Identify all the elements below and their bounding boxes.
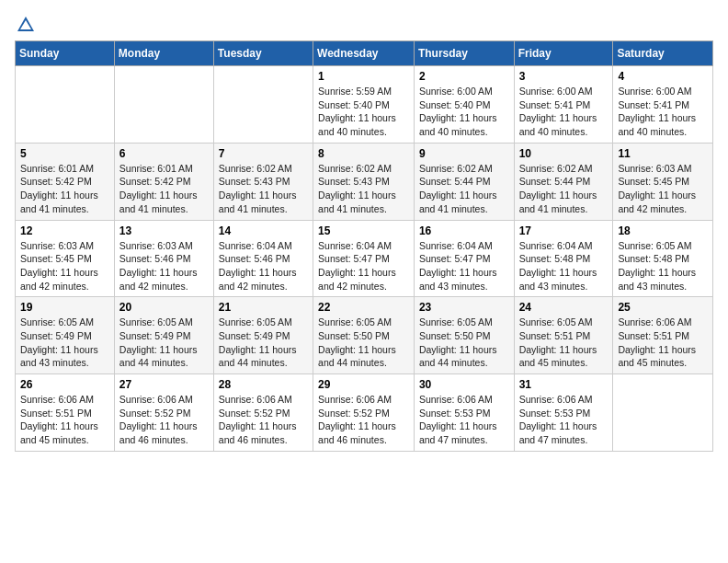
weekday-header-cell: Monday [114, 41, 213, 66]
day-info: Sunrise: 6:04 AM Sunset: 5:47 PM Dayligh… [318, 239, 409, 293]
calendar-cell: 12Sunrise: 6:03 AM Sunset: 5:45 PM Dayli… [16, 220, 115, 297]
calendar-week-row: 12Sunrise: 6:03 AM Sunset: 5:45 PM Dayli… [16, 220, 713, 297]
day-info: Sunrise: 6:06 AM Sunset: 5:51 PM Dayligh… [20, 393, 109, 447]
day-info: Sunrise: 6:05 AM Sunset: 5:50 PM Dayligh… [419, 316, 509, 370]
calendar-body: 1Sunrise: 5:59 AM Sunset: 5:40 PM Daylig… [16, 66, 713, 452]
day-number: 1 [318, 70, 409, 83]
calendar-cell: 19Sunrise: 6:05 AM Sunset: 5:49 PM Dayli… [16, 297, 115, 374]
calendar-table: SundayMondayTuesdayWednesdayThursdayFrid… [15, 40, 713, 452]
day-info: Sunrise: 6:04 AM Sunset: 5:48 PM Dayligh… [519, 239, 609, 293]
day-info: Sunrise: 6:05 AM Sunset: 5:49 PM Dayligh… [20, 316, 109, 370]
calendar-cell: 21Sunrise: 6:05 AM Sunset: 5:49 PM Dayli… [213, 297, 313, 374]
day-number: 31 [519, 378, 609, 391]
day-number: 12 [20, 224, 109, 237]
day-number: 3 [519, 70, 609, 83]
day-info: Sunrise: 6:01 AM Sunset: 5:42 PM Dayligh… [119, 162, 209, 216]
day-number: 10 [519, 147, 609, 160]
calendar-cell: 22Sunrise: 6:05 AM Sunset: 5:50 PM Dayli… [313, 297, 415, 374]
day-number: 28 [219, 378, 308, 391]
day-info: Sunrise: 6:04 AM Sunset: 5:46 PM Dayligh… [219, 239, 308, 293]
calendar-cell: 2Sunrise: 6:00 AM Sunset: 5:40 PM Daylig… [414, 66, 514, 144]
day-number: 14 [219, 224, 308, 237]
calendar-cell: 7Sunrise: 6:02 AM Sunset: 5:43 PM Daylig… [213, 143, 313, 220]
weekday-header-cell: Friday [514, 41, 613, 66]
day-number: 2 [419, 70, 509, 83]
day-info: Sunrise: 6:06 AM Sunset: 5:53 PM Dayligh… [519, 393, 609, 447]
calendar-week-row: 1Sunrise: 5:59 AM Sunset: 5:40 PM Daylig… [16, 66, 713, 144]
weekday-header-row: SundayMondayTuesdayWednesdayThursdayFrid… [16, 41, 713, 66]
calendar-week-row: 19Sunrise: 6:05 AM Sunset: 5:49 PM Dayli… [16, 297, 713, 374]
weekday-header-cell: Thursday [414, 41, 514, 66]
calendar-cell [16, 66, 115, 144]
day-info: Sunrise: 6:05 AM Sunset: 5:48 PM Dayligh… [618, 239, 708, 293]
day-info: Sunrise: 6:06 AM Sunset: 5:52 PM Dayligh… [318, 393, 409, 447]
day-number: 13 [119, 224, 209, 237]
day-number: 8 [318, 147, 409, 160]
calendar-cell: 15Sunrise: 6:04 AM Sunset: 5:47 PM Dayli… [313, 220, 415, 297]
weekday-header-cell: Wednesday [313, 41, 415, 66]
day-info: Sunrise: 6:06 AM Sunset: 5:51 PM Dayligh… [618, 316, 708, 370]
calendar-cell: 24Sunrise: 6:05 AM Sunset: 5:51 PM Dayli… [514, 297, 613, 374]
day-info: Sunrise: 6:05 AM Sunset: 5:50 PM Dayligh… [318, 316, 409, 370]
calendar-cell: 30Sunrise: 6:06 AM Sunset: 5:53 PM Dayli… [414, 374, 514, 452]
day-info: Sunrise: 6:02 AM Sunset: 5:43 PM Dayligh… [219, 162, 308, 216]
day-number: 29 [318, 378, 409, 391]
day-info: Sunrise: 6:00 AM Sunset: 5:40 PM Dayligh… [419, 85, 509, 139]
day-info: Sunrise: 6:03 AM Sunset: 5:46 PM Dayligh… [119, 239, 209, 293]
day-number: 6 [119, 147, 209, 160]
day-number: 30 [419, 378, 509, 391]
calendar-cell: 25Sunrise: 6:06 AM Sunset: 5:51 PM Dayli… [613, 297, 713, 374]
day-number: 15 [318, 224, 409, 237]
day-number: 11 [618, 147, 708, 160]
calendar-cell: 27Sunrise: 6:06 AM Sunset: 5:52 PM Dayli… [114, 374, 213, 452]
calendar-cell: 3Sunrise: 6:00 AM Sunset: 5:41 PM Daylig… [514, 66, 613, 144]
calendar-cell: 9Sunrise: 6:02 AM Sunset: 5:44 PM Daylig… [414, 143, 514, 220]
day-info: Sunrise: 6:06 AM Sunset: 5:52 PM Dayligh… [119, 393, 209, 447]
calendar-cell: 8Sunrise: 6:02 AM Sunset: 5:43 PM Daylig… [313, 143, 415, 220]
page-header [15, 15, 713, 33]
day-number: 4 [618, 70, 708, 83]
day-number: 9 [419, 147, 509, 160]
day-info: Sunrise: 6:03 AM Sunset: 5:45 PM Dayligh… [20, 239, 109, 293]
day-info: Sunrise: 6:00 AM Sunset: 5:41 PM Dayligh… [519, 85, 609, 139]
calendar-cell: 1Sunrise: 5:59 AM Sunset: 5:40 PM Daylig… [313, 66, 415, 144]
day-number: 26 [20, 378, 109, 391]
calendar-cell: 26Sunrise: 6:06 AM Sunset: 5:51 PM Dayli… [16, 374, 115, 452]
weekday-header-cell: Saturday [613, 41, 713, 66]
calendar-cell [613, 374, 713, 452]
day-number: 18 [618, 224, 708, 237]
calendar-week-row: 5Sunrise: 6:01 AM Sunset: 5:42 PM Daylig… [16, 143, 713, 220]
calendar-cell: 5Sunrise: 6:01 AM Sunset: 5:42 PM Daylig… [16, 143, 115, 220]
calendar-cell: 13Sunrise: 6:03 AM Sunset: 5:46 PM Dayli… [114, 220, 213, 297]
calendar-cell: 31Sunrise: 6:06 AM Sunset: 5:53 PM Dayli… [514, 374, 613, 452]
day-info: Sunrise: 6:02 AM Sunset: 5:44 PM Dayligh… [519, 162, 609, 216]
calendar-cell: 20Sunrise: 6:05 AM Sunset: 5:49 PM Dayli… [114, 297, 213, 374]
day-info: Sunrise: 6:06 AM Sunset: 5:53 PM Dayligh… [419, 393, 509, 447]
day-number: 17 [519, 224, 609, 237]
calendar-cell: 16Sunrise: 6:04 AM Sunset: 5:47 PM Dayli… [414, 220, 514, 297]
day-info: Sunrise: 6:01 AM Sunset: 5:42 PM Dayligh… [20, 162, 109, 216]
calendar-cell: 11Sunrise: 6:03 AM Sunset: 5:45 PM Dayli… [613, 143, 713, 220]
day-number: 22 [318, 301, 409, 314]
day-number: 19 [20, 301, 109, 314]
logo-icon [16, 15, 36, 35]
day-number: 24 [519, 301, 609, 314]
calendar-cell [213, 66, 313, 144]
day-number: 5 [20, 147, 109, 160]
calendar-cell: 14Sunrise: 6:04 AM Sunset: 5:46 PM Dayli… [213, 220, 313, 297]
day-info: Sunrise: 6:04 AM Sunset: 5:47 PM Dayligh… [419, 239, 509, 293]
day-number: 21 [219, 301, 308, 314]
day-info: Sunrise: 6:02 AM Sunset: 5:43 PM Dayligh… [318, 162, 409, 216]
day-info: Sunrise: 6:03 AM Sunset: 5:45 PM Dayligh… [618, 162, 708, 216]
calendar-cell [114, 66, 213, 144]
calendar-cell: 28Sunrise: 6:06 AM Sunset: 5:52 PM Dayli… [213, 374, 313, 452]
day-info: Sunrise: 6:05 AM Sunset: 5:49 PM Dayligh… [219, 316, 308, 370]
day-info: Sunrise: 6:05 AM Sunset: 5:49 PM Dayligh… [119, 316, 209, 370]
calendar-cell: 18Sunrise: 6:05 AM Sunset: 5:48 PM Dayli… [613, 220, 713, 297]
logo [15, 15, 37, 33]
weekday-header-cell: Sunday [16, 41, 115, 66]
day-info: Sunrise: 5:59 AM Sunset: 5:40 PM Dayligh… [318, 85, 409, 139]
calendar-cell: 6Sunrise: 6:01 AM Sunset: 5:42 PM Daylig… [114, 143, 213, 220]
calendar-cell: 29Sunrise: 6:06 AM Sunset: 5:52 PM Dayli… [313, 374, 415, 452]
day-number: 20 [119, 301, 209, 314]
